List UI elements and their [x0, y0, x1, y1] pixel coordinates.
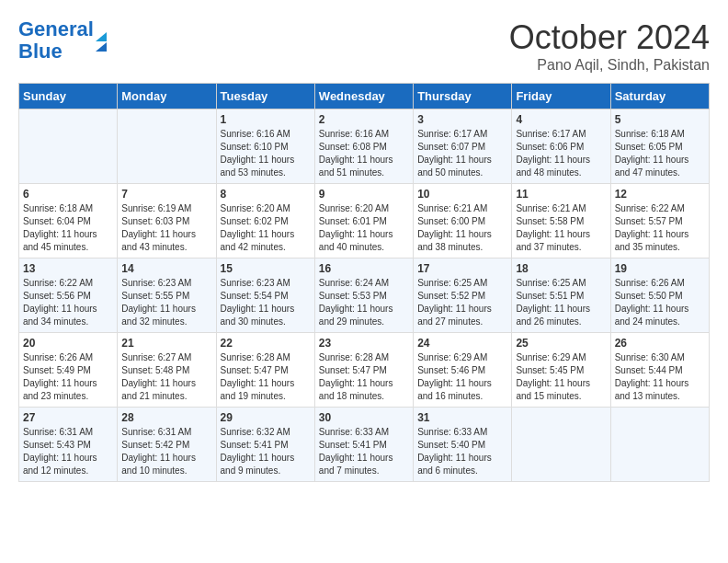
day-number: 21: [121, 337, 211, 350]
day-number: 8: [221, 188, 311, 201]
calendar-cell: 21Sunrise: 6:27 AMSunset: 5:48 PMDayligh…: [118, 333, 216, 408]
weekday-header-row: SundayMondayTuesdayWednesdayThursdayFrid…: [19, 84, 710, 109]
calendar-cell: 27Sunrise: 6:31 AMSunset: 5:43 PMDayligh…: [19, 408, 118, 482]
logo-icon-top: [96, 32, 107, 41]
day-number: 31: [417, 411, 507, 424]
calendar-table: SundayMondayTuesdayWednesdayThursdayFrid…: [18, 83, 710, 482]
calendar-cell: [610, 408, 709, 482]
calendar-cell: [19, 109, 118, 184]
day-info: Sunrise: 6:28 AMSunset: 5:47 PMDaylight:…: [221, 351, 311, 403]
day-info: Sunrise: 6:18 AMSunset: 6:04 PMDaylight:…: [23, 202, 113, 254]
day-number: 2: [319, 113, 409, 126]
calendar-week-2: 6Sunrise: 6:18 AMSunset: 6:04 PMDaylight…: [19, 184, 710, 259]
calendar-cell: 25Sunrise: 6:29 AMSunset: 5:45 PMDayligh…: [512, 333, 610, 408]
day-info: Sunrise: 6:20 AMSunset: 6:02 PMDaylight:…: [221, 202, 311, 254]
calendar-cell: 14Sunrise: 6:23 AMSunset: 5:55 PMDayligh…: [118, 259, 216, 333]
calendar-week-3: 13Sunrise: 6:22 AMSunset: 5:56 PMDayligh…: [19, 259, 710, 333]
weekday-header-sunday: Sunday: [19, 84, 118, 109]
calendar-cell: 6Sunrise: 6:18 AMSunset: 6:04 PMDaylight…: [19, 184, 118, 259]
calendar-cell: 29Sunrise: 6:32 AMSunset: 5:41 PMDayligh…: [216, 408, 314, 482]
day-info: Sunrise: 6:23 AMSunset: 5:54 PMDaylight:…: [221, 277, 311, 328]
weekday-header-tuesday: Tuesday: [216, 84, 314, 109]
calendar-cell: 22Sunrise: 6:28 AMSunset: 5:47 PMDayligh…: [216, 333, 314, 408]
day-info: Sunrise: 6:33 AMSunset: 5:41 PMDaylight:…: [319, 426, 409, 477]
weekday-header-saturday: Saturday: [610, 84, 709, 109]
location: Pano Aqil, Sindh, Pakistan: [509, 57, 710, 74]
weekday-header-thursday: Thursday: [414, 84, 512, 109]
calendar-cell: [118, 109, 216, 184]
day-number: 16: [319, 262, 409, 275]
day-number: 12: [615, 188, 705, 201]
day-number: 18: [516, 262, 606, 275]
calendar-cell: 1Sunrise: 6:16 AMSunset: 6:10 PMDaylight…: [216, 109, 314, 184]
calendar-cell: 11Sunrise: 6:21 AMSunset: 5:58 PMDayligh…: [512, 184, 610, 259]
day-number: 26: [615, 337, 705, 350]
day-info: Sunrise: 6:17 AMSunset: 6:07 PMDaylight:…: [417, 128, 507, 179]
day-info: Sunrise: 6:21 AMSunset: 5:58 PMDaylight:…: [516, 202, 606, 254]
calendar-cell: 16Sunrise: 6:24 AMSunset: 5:53 PMDayligh…: [314, 259, 413, 333]
day-info: Sunrise: 6:18 AMSunset: 6:05 PMDaylight:…: [615, 128, 705, 179]
day-info: Sunrise: 6:22 AMSunset: 5:56 PMDaylight:…: [23, 277, 113, 328]
title-block: October 2024 Pano Aqil, Sindh, Pakistan: [509, 18, 710, 74]
day-info: Sunrise: 6:23 AMSunset: 5:55 PMDaylight:…: [121, 277, 211, 328]
calendar-cell: 26Sunrise: 6:30 AMSunset: 5:44 PMDayligh…: [610, 333, 709, 408]
day-info: Sunrise: 6:28 AMSunset: 5:47 PMDaylight:…: [319, 351, 409, 403]
day-number: 11: [516, 188, 606, 201]
day-info: Sunrise: 6:16 AMSunset: 6:08 PMDaylight:…: [319, 128, 409, 179]
day-info: Sunrise: 6:24 AMSunset: 5:53 PMDaylight:…: [319, 277, 409, 328]
day-number: 3: [417, 113, 507, 126]
day-number: 23: [319, 337, 409, 350]
calendar-week-5: 27Sunrise: 6:31 AMSunset: 5:43 PMDayligh…: [19, 408, 710, 482]
day-number: 19: [615, 262, 705, 275]
day-info: Sunrise: 6:32 AMSunset: 5:41 PMDaylight:…: [221, 426, 311, 477]
day-number: 1: [221, 113, 311, 126]
day-number: 4: [516, 113, 606, 126]
day-number: 25: [516, 337, 606, 350]
calendar-cell: 18Sunrise: 6:25 AMSunset: 5:51 PMDayligh…: [512, 259, 610, 333]
day-info: Sunrise: 6:25 AMSunset: 5:52 PMDaylight:…: [417, 277, 507, 328]
day-number: 28: [121, 411, 211, 424]
day-info: Sunrise: 6:19 AMSunset: 6:03 PMDaylight:…: [121, 202, 211, 254]
calendar-cell: 17Sunrise: 6:25 AMSunset: 5:52 PMDayligh…: [414, 259, 512, 333]
day-number: 10: [417, 188, 507, 201]
calendar-cell: 28Sunrise: 6:31 AMSunset: 5:42 PMDayligh…: [118, 408, 216, 482]
day-info: Sunrise: 6:29 AMSunset: 5:45 PMDaylight:…: [516, 351, 606, 403]
calendar-cell: 15Sunrise: 6:23 AMSunset: 5:54 PMDayligh…: [216, 259, 314, 333]
calendar-cell: 8Sunrise: 6:20 AMSunset: 6:02 PMDaylight…: [216, 184, 314, 259]
day-number: 24: [417, 337, 507, 350]
calendar-cell: 23Sunrise: 6:28 AMSunset: 5:47 PMDayligh…: [314, 333, 413, 408]
calendar-cell: 4Sunrise: 6:17 AMSunset: 6:06 PMDaylight…: [512, 109, 610, 184]
day-number: 13: [23, 262, 113, 275]
logo-general: General: [18, 17, 94, 40]
day-info: Sunrise: 6:21 AMSunset: 6:00 PMDaylight:…: [417, 202, 507, 254]
day-info: Sunrise: 6:20 AMSunset: 6:01 PMDaylight:…: [319, 202, 409, 254]
calendar-cell: 19Sunrise: 6:26 AMSunset: 5:50 PMDayligh…: [610, 259, 709, 333]
day-info: Sunrise: 6:16 AMSunset: 6:10 PMDaylight:…: [221, 128, 311, 179]
weekday-header-friday: Friday: [512, 84, 610, 109]
day-info: Sunrise: 6:26 AMSunset: 5:49 PMDaylight:…: [23, 351, 113, 403]
calendar-week-1: 1Sunrise: 6:16 AMSunset: 6:10 PMDaylight…: [19, 109, 710, 184]
day-info: Sunrise: 6:31 AMSunset: 5:42 PMDaylight:…: [121, 426, 211, 477]
day-number: 5: [615, 113, 705, 126]
logo: General Blue: [18, 18, 107, 63]
day-number: 20: [23, 337, 113, 350]
day-number: 27: [23, 411, 113, 424]
calendar-cell: 5Sunrise: 6:18 AMSunset: 6:05 PMDaylight…: [610, 109, 709, 184]
day-info: Sunrise: 6:29 AMSunset: 5:46 PMDaylight:…: [417, 351, 507, 403]
day-info: Sunrise: 6:27 AMSunset: 5:48 PMDaylight:…: [121, 351, 211, 403]
calendar-cell: 7Sunrise: 6:19 AMSunset: 6:03 PMDaylight…: [118, 184, 216, 259]
day-number: 7: [121, 188, 211, 201]
day-number: 29: [221, 411, 311, 424]
calendar-week-4: 20Sunrise: 6:26 AMSunset: 5:49 PMDayligh…: [19, 333, 710, 408]
day-number: 9: [319, 188, 409, 201]
day-info: Sunrise: 6:33 AMSunset: 5:40 PMDaylight:…: [417, 426, 507, 477]
calendar-cell: 24Sunrise: 6:29 AMSunset: 5:46 PMDayligh…: [414, 333, 512, 408]
logo-icon-bottom: [96, 42, 107, 52]
day-info: Sunrise: 6:31 AMSunset: 5:43 PMDaylight:…: [23, 426, 113, 477]
calendar-cell: 2Sunrise: 6:16 AMSunset: 6:08 PMDaylight…: [314, 109, 413, 184]
day-info: Sunrise: 6:25 AMSunset: 5:51 PMDaylight:…: [516, 277, 606, 328]
day-number: 6: [23, 188, 113, 201]
calendar-cell: 9Sunrise: 6:20 AMSunset: 6:01 PMDaylight…: [314, 184, 413, 259]
calendar-cell: 13Sunrise: 6:22 AMSunset: 5:56 PMDayligh…: [19, 259, 118, 333]
calendar-cell: 10Sunrise: 6:21 AMSunset: 6:00 PMDayligh…: [414, 184, 512, 259]
